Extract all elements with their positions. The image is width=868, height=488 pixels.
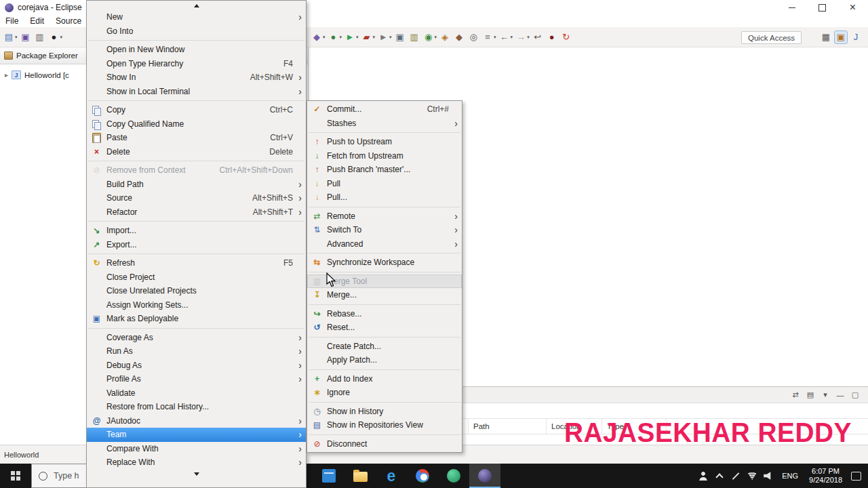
search-icon[interactable]: ◎ [467,31,479,43]
jar-icon[interactable]: ◆ [453,31,465,43]
menu-item-open-in-new-window[interactable]: Open in New Window [87,43,306,57]
menu-item-disconnect[interactable]: ⊘Disconnect [307,437,462,451]
new-wizard-icon[interactable]: ▤▾ [3,31,18,43]
menu-item-profile-as[interactable]: Profile As [87,372,306,386]
menu-item-import[interactable]: ↘Import... [87,224,306,238]
menu-item-pull[interactable]: ↓Pull... [307,190,462,205]
dropdown-caret-icon[interactable]: ▾ [340,35,342,40]
menu-item-ignore[interactable]: ∗Ignore [307,386,462,400]
menu-item-push-branch-master[interactable]: ↑Push Branch 'master'... [307,163,462,177]
database-icon[interactable]: ▥ [408,31,420,43]
menu-item-coverage-as[interactable]: Coverage As [87,331,306,345]
menu-item-mark-as-deployable[interactable]: ▣Mark as Deployable [87,312,306,326]
menu-item-export[interactable]: ↗Export... [87,238,306,252]
taskbar-green-app[interactable] [438,464,469,488]
dropdown-caret-icon[interactable]: ▾ [323,35,326,40]
menu-item-pull[interactable]: ↓Pull [307,177,462,191]
network-icon[interactable] [744,464,760,488]
menu-item-paste[interactable]: PasteCtrl+V [87,131,306,145]
menu-item-go-into[interactable]: Go Into [87,24,306,39]
menu-item-merge[interactable]: ↧Merge... [307,288,462,302]
open-perspective-icon[interactable]: ▦ [820,31,832,43]
menu-item-advanced[interactable]: Advanced [307,237,462,251]
taskbar-eclipse[interactable] [469,464,500,488]
menu-item-new[interactable]: New [87,10,306,24]
menu-scroll-up-icon[interactable] [87,1,306,10]
pen-icon[interactable] [728,464,744,488]
java-package-icon[interactable]: ◈ [439,31,451,43]
dropdown-caret-icon[interactable]: ▾ [527,35,530,40]
menu-item-run-as[interactable]: Run As [87,344,306,359]
menu-item-refactor[interactable]: RefactorAlt+Shift+T [87,205,306,220]
maximize-view-icon[interactable]: ▢ [848,390,863,399]
save-icon[interactable]: ▣ [20,31,32,43]
language-indicator[interactable]: ENG [776,472,804,480]
dropdown-caret-icon[interactable]: ▾ [60,35,63,40]
menu-item-switch-to[interactable]: ⇅Switch To [307,223,462,237]
back-icon[interactable]: ←▾ [498,31,513,43]
menu-item-close-unrelated-projects[interactable]: Close Unrelated Projects [87,284,306,298]
menu-item-reset[interactable]: ↺Reset... [307,321,462,335]
menu-item-delete[interactable]: ×DeleteDelete [87,145,306,159]
menu-item-show-in[interactable]: Show InAlt+Shift+W [87,70,306,85]
tray-overflow-chevron-icon[interactable] [711,464,728,488]
minimize-view-icon[interactable]: — [833,391,848,399]
column-header-path[interactable]: Path [469,419,547,434]
taskbar-file-explorer[interactable] [344,464,376,488]
volume-icon[interactable] [760,464,776,488]
javaee-perspective-icon[interactable]: ▣ [834,30,848,44]
dropdown-caret-icon[interactable]: ▾ [373,35,376,40]
menu-item-rebase[interactable]: ↪Rebase... [307,307,462,321]
menubar-item-file[interactable]: File [5,16,18,26]
expand-chevron-icon[interactable]: ▸ [5,71,8,79]
quick-access-button[interactable]: Quick Access [741,31,802,44]
menu-item-create-patch[interactable]: Create Patch... [307,340,462,354]
dropdown-caret-icon[interactable]: ▾ [389,35,392,40]
menu-item-copy-qualified-name[interactable]: Copy Qualified Name [87,117,306,131]
external-tools-icon[interactable]: ►▾ [377,31,392,43]
menu-item-stashes[interactable]: Stashes [307,117,462,131]
minimize-button[interactable] [776,0,807,15]
taskbar-chrome[interactable] [407,464,438,488]
menu-item-compare-with[interactable]: Compare With [87,442,306,456]
menu-item-close-project[interactable]: Close Project [87,270,306,285]
menu-item-remove-from-context[interactable]: ⊘Remove from ContextCtrl+Alt+Shift+Down [87,163,306,178]
menu-item-assign-working-sets[interactable]: Assign Working Sets... [87,298,306,312]
menu-item-commit[interactable]: ✓Commit...Ctrl+# [307,102,462,117]
menu-item-source[interactable]: SourceAlt+Shift+S [87,191,306,205]
taskbar-app-window[interactable] [313,464,344,488]
sync-view-icon[interactable]: ⇄ [788,390,803,399]
last-edit-icon[interactable]: ↩ [532,31,544,43]
menu-item-fetch-from-upstream[interactable]: ↓Fetch from Upstream [307,149,462,163]
menu-item-build-path[interactable]: Build Path [87,178,306,192]
taskbar-edge[interactable]: e [376,464,407,488]
view-menu-icon[interactable]: ▾ [818,390,833,399]
java-perspective-icon[interactable]: J [850,31,862,43]
menu-item-copy[interactable]: CopyCtrl+C [87,103,306,117]
annotation-icon[interactable]: ≡▾ [481,31,496,43]
debug-icon[interactable]: ●▾ [328,31,342,43]
menu-item-remote[interactable]: ⇄Remote [307,209,462,224]
dropdown-caret-icon[interactable]: ▾ [511,35,513,40]
menu-item-push-to-upstream[interactable]: ↑Push to Upstream [307,135,462,149]
menu-item-synchronize-workspace[interactable]: ⇆Synchronize Workspace [307,256,462,270]
server-icon[interactable]: ▣ [394,31,406,43]
record-macro-icon[interactable]: ● [546,31,558,43]
new-java-project-icon[interactable]: ◆▾ [311,31,326,43]
menu-item-show-in-local-terminal[interactable]: Show in Local Terminal [87,85,306,99]
record-icon[interactable]: ●▾ [48,31,63,43]
java-class-icon[interactable]: ◉▾ [422,31,437,43]
coverage-icon[interactable]: ▰▾ [361,31,376,43]
menu-scroll-down-icon[interactable] [87,470,306,479]
menu-item-debug-as[interactable]: Debug As [87,359,306,373]
refresh-red-icon[interactable]: ↻ [560,31,572,43]
dropdown-caret-icon[interactable]: ▾ [15,35,18,40]
menu-item-team[interactable]: Team [87,428,306,442]
menu-item-jautodoc[interactable]: @JAutodoc [87,414,306,428]
people-icon[interactable] [695,464,711,488]
clock[interactable]: 6:07 PM 9/24/2018 [804,467,848,485]
action-center-icon[interactable] [848,464,864,488]
menu-item-open-type-hierarchy[interactable]: Open Type HierarchyF4 [87,57,306,71]
dropdown-caret-icon[interactable]: ▾ [356,35,359,40]
menu-item-show-in-repositories-view[interactable]: ▤Show in Repositories View [307,418,462,432]
